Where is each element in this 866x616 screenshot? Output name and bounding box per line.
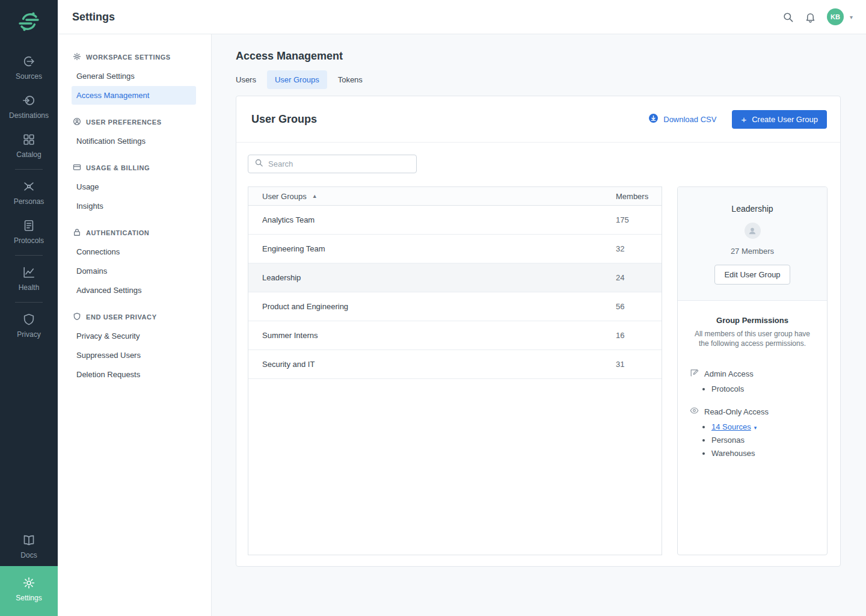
nav-item-general-settings[interactable]: General Settings [72,67,196,85]
download-csv-label: Download CSV [663,115,716,124]
group-name: Leadership [687,204,817,214]
sidebar-item-docs[interactable]: Docs [0,527,58,566]
nav-item-access-management[interactable]: Access Management [72,86,196,105]
card-body: User Groups ▲ Members Analytics Team 175 [236,143,840,566]
profile-menu-caret-icon[interactable]: ▾ [850,14,853,20]
group-members-count: 16 [616,331,652,340]
nav-section-header: Usage & Billing [58,158,211,177]
page-title: Access Management [236,50,841,63]
nav-item-deletion-requests[interactable]: Deletion Requests [72,365,196,384]
sidebar-item-privacy[interactable]: Privacy [0,306,58,345]
group-detail-summary: Leadership 27 Members Edit User Group [678,187,827,301]
sidebar-divider [15,169,43,170]
edit-user-group-button[interactable]: Edit User Group [714,265,790,285]
create-user-group-button[interactable]: + Create User Group [732,110,827,129]
sidebar-item-catalog[interactable]: Catalog [0,126,58,165]
nav-item-privacy-security[interactable]: Privacy & Security [72,327,196,345]
readonly-access-list: 14 Sources▾ Personas Warehouses [690,422,815,458]
gear-icon [73,52,81,62]
nav-item-domains[interactable]: Domains [72,262,196,280]
card-icon [73,163,81,173]
nav-item-usage[interactable]: Usage [72,177,196,196]
download-csv-button[interactable]: Download CSV [648,113,716,125]
lock-icon [73,228,81,238]
sidebar-item-destinations[interactable]: Destinations [0,87,58,126]
chevron-down-icon[interactable]: ▾ [754,425,757,431]
notifications-bell-icon[interactable] [805,11,816,23]
nav-section-workspace-settings: Workspace Settings General Settings Acce… [58,48,211,105]
nav-item-suppressed-users[interactable]: Suppressed Users [72,346,196,365]
nav-item-insights[interactable]: Insights [72,197,196,215]
group-name: Leadership [262,273,616,282]
permissions-description: All members of this user group have the … [690,329,815,348]
table-row[interactable]: Security and IT 31 [248,350,662,379]
sidebar-item-sources[interactable]: Sources [0,48,58,87]
group-members-count: 31 [616,360,652,369]
admin-access-list: Protocols [690,384,815,393]
sidebar-item-label: Destinations [9,111,49,120]
sidebar-item-label: Sources [16,72,42,81]
nav-section-end-user-privacy: End User Privacy Privacy & Security Supp… [58,307,211,384]
group-detail-panel: Leadership 27 Members Edit User Group [677,186,828,555]
table-row-selected[interactable]: Leadership 24 [248,263,662,292]
create-user-group-label: Create User Group [752,115,818,124]
table-row[interactable]: Summer Interns 16 [248,321,662,350]
group-avatar-icon [745,223,761,239]
download-icon [648,113,659,125]
segment-logo-icon[interactable] [18,11,40,35]
sidebar-item-personas[interactable]: Personas [0,173,58,212]
tabs: Users User Groups Tokens [228,70,841,89]
permission-item: Protocols [711,384,815,393]
card-title: User Groups [251,113,317,126]
settings-nav: Workspace Settings General Settings Acce… [58,34,212,616]
table-row[interactable]: Engineering Team 32 [248,235,662,263]
group-members-count: 24 [616,273,652,282]
destinations-icon [22,94,35,107]
sources-count-link[interactable]: 14 Sources [711,422,751,431]
search-box [248,155,417,173]
table-row[interactable]: Product and Engineering 56 [248,292,662,321]
nav-section-title: End User Privacy [86,313,157,321]
plus-icon: + [741,115,746,124]
search-icon[interactable] [782,11,794,23]
tab-user-groups[interactable]: User Groups [267,70,327,89]
user-icon [73,117,81,127]
health-icon [22,266,35,279]
nav-section-authentication: Authentication Connections Domains Advan… [58,223,211,300]
tab-tokens[interactable]: Tokens [330,70,370,89]
sidebar-item-label: Catalog [16,150,41,159]
group-members-count: 32 [616,244,652,253]
nav-section-title: Authentication [86,229,149,236]
sidebar-item-label: Health [19,283,40,292]
gear-icon [22,576,35,590]
tab-users[interactable]: Users [228,70,264,89]
nav-section-title: Usage & Billing [86,164,150,171]
table-header: User Groups ▲ Members [248,187,662,206]
sidebar-item-health[interactable]: Health [0,259,58,298]
avatar[interactable]: KB [827,8,844,25]
nav-section-title: Workspace Settings [86,54,171,61]
page-header-title: Settings [72,11,115,23]
nav-item-advanced-settings[interactable]: Advanced Settings [72,281,196,300]
group-members-count: 56 [616,302,652,311]
search-icon [254,158,263,170]
column-header-user-groups[interactable]: User Groups ▲ [262,192,616,201]
sidebar-divider [15,255,43,256]
search-input[interactable] [268,159,410,168]
sidebar-item-protocols[interactable]: Protocols [0,212,58,251]
permissions-title: Group Permissions [690,316,815,325]
sidebar-item-label: Protocols [14,236,44,245]
nav-item-notification-settings[interactable]: Notification Settings [72,132,196,150]
column-header-members: Members [616,192,652,201]
table-row[interactable]: Analytics Team 175 [248,206,662,235]
nav-section-header: User Preferences [58,112,211,131]
sidebar-item-label: Docs [20,551,37,559]
nav-section-usage-billing: Usage & Billing Usage Insights [58,158,211,215]
sort-asc-caret-icon[interactable]: ▲ [312,193,318,199]
topbar: Settings KB ▾ [58,0,866,34]
sidebar-item-label: Privacy [17,330,40,339]
nav-item-connections[interactable]: Connections [72,242,196,261]
group-members-label: 27 Members [687,247,817,256]
group-members-count: 175 [616,215,652,224]
sidebar-item-settings[interactable]: Settings [0,566,58,616]
